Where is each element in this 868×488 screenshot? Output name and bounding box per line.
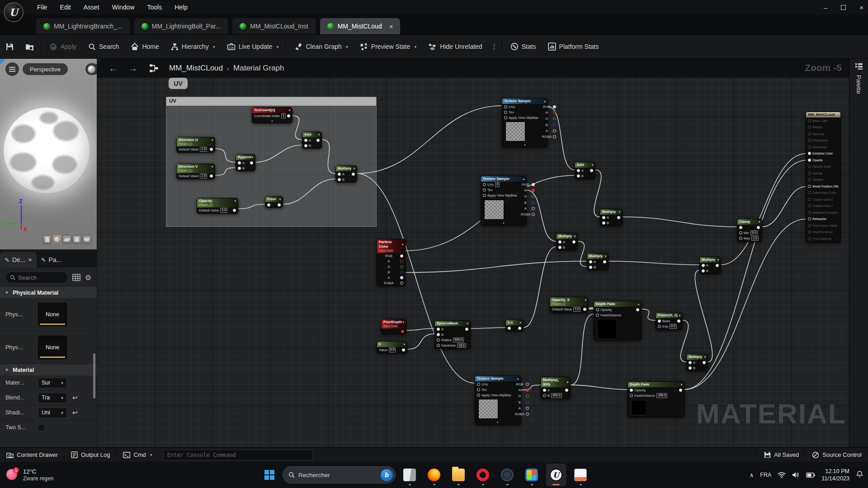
details-search-box[interactable] — [5, 272, 68, 283]
taskbar-app-notes[interactable] — [571, 464, 590, 486]
taskbar-app-photos[interactable] — [522, 464, 542, 486]
search-button[interactable]: Search — [82, 35, 125, 58]
taskbar-app-firefox[interactable] — [424, 464, 444, 486]
graph-node-multiply-a[interactable]: Multiply▾AB — [600, 209, 623, 226]
taskbar-clock[interactable]: 12:10 PM 11/14/2023 — [821, 468, 849, 482]
graph-node-one-minus[interactable]: 1-x▾ — [505, 319, 524, 331]
graph-node-texture-sample-2[interactable]: Texture Sample▴UVs0TexApply View MipBias… — [481, 176, 527, 225]
notifications-bell-icon[interactable] — [856, 470, 863, 479]
maximize-button[interactable] — [841, 5, 846, 10]
graph-node-add-2[interactable]: Add▾AB — [575, 162, 595, 179]
graph-node-multiply-uv[interactable]: Multiply▾AB — [335, 165, 357, 183]
shape-plane-button[interactable] — [62, 235, 71, 244]
tab-mm-mistcloud[interactable]: MM_MistCLoud× — [320, 18, 401, 34]
dropdown[interactable]: Sur▾ — [38, 378, 67, 388]
graph-node-texcoord[interactable]: TexCoord[1]▾Coordinate Index1▾ — [252, 107, 292, 123]
tab-mm-lightningbolt[interactable]: MM_LightningBolt_Par... — [134, 18, 228, 34]
graph-node-clamp[interactable]: Clamp▾Min0.0Max1.0 — [737, 219, 762, 242]
tab-mm-mistcloud-inst[interactable]: MM_MistCLoud_Inst — [232, 18, 315, 34]
graph-node-depth-fade-2[interactable]: Depth Fade▾OpacityFadeDistance100.0 — [627, 381, 684, 417]
details-search-input[interactable] — [18, 274, 54, 281]
shape-cylinder-button[interactable] — [42, 235, 52, 244]
language-indicator[interactable]: FRA — [760, 472, 771, 478]
taskbar-app-explorer[interactable] — [448, 464, 468, 486]
cmd-dropdown[interactable]: Cmd▾ — [117, 448, 158, 462]
graph-node-param-0[interactable]: 0▾Value0.0 — [377, 341, 407, 353]
graph-node-direction-v[interactable]: Direction V▾Param (1)Default Value1.0 — [176, 164, 215, 179]
graph-node-multiply-b[interactable]: Multiply▾AB — [556, 233, 578, 250]
graph-node-add-uv[interactable]: Add▾AB — [302, 131, 322, 149]
menu-edit[interactable]: Edit — [54, 4, 77, 11]
column-view-icon[interactable] — [72, 274, 80, 281]
taskbar-app-gear[interactable] — [497, 464, 517, 486]
palette-tab[interactable]: Palette — [849, 59, 868, 447]
clean-graph-button[interactable]: Clean Graph▾ — [288, 35, 354, 58]
reset-to-default-icon[interactable]: ↩ — [72, 409, 78, 416]
shape-cube-button[interactable] — [72, 235, 81, 244]
hidden-icons-chevron[interactable]: ∧ — [750, 472, 754, 479]
taskbar-search-box[interactable]: b — [283, 466, 396, 483]
console-command-input[interactable] — [163, 450, 312, 460]
forward-arrow-icon[interactable]: → — [128, 63, 137, 74]
tab-close-icon[interactable]: × — [28, 256, 32, 263]
section-physical-material[interactable]: ▼Physical Material — [0, 287, 97, 298]
shape-teapot-button[interactable] — [82, 235, 91, 244]
graph-node-append[interactable]: Append▾AB — [236, 154, 255, 171]
asset-picker[interactable]: None — [38, 336, 67, 359]
graph-node-depth-fade-1[interactable]: Depth Fade▴OpacityFadeDistance — [594, 301, 642, 341]
back-arrow-icon[interactable]: ← — [108, 63, 118, 74]
menu-file[interactable]: File — [31, 4, 54, 11]
volume-icon[interactable] — [792, 472, 800, 478]
taskbar-app-opera[interactable] — [473, 464, 493, 486]
graph-node-multiply-r[interactable]: Multiply▾AB — [699, 257, 721, 274]
checkbox[interactable] — [38, 424, 45, 431]
graph-node-opacity-param[interactable]: Opacity▾Param (1)Default Value1.0 — [197, 198, 238, 214]
preview-viewport[interactable]: Perspective Z Y X — [0, 59, 97, 249]
graph-node-sphere-mask[interactable]: SphereMask▾ABRadius500.0Hardness15.0 — [434, 320, 471, 349]
graph-node-particle-color[interactable]: Particle Color▾Input DataRGBRGBARGBA — [377, 239, 406, 286]
breadcrumb-root[interactable]: MM_MistCLoud — [169, 64, 223, 73]
details-scrollbar[interactable] — [93, 353, 95, 399]
tab-close-icon[interactable]: × — [389, 23, 393, 30]
graph-node-opacity-s-param[interactable]: Opacity_S▾Param (1)Default Value1.0 — [550, 297, 589, 313]
perspective-button[interactable]: Perspective — [23, 63, 68, 75]
tab-details[interactable]: ✎De...× — [0, 252, 37, 267]
home-button[interactable]: Home — [125, 35, 165, 58]
preview-state-button[interactable]: Preview State▾ — [354, 35, 422, 58]
menu-help[interactable]: Help — [168, 4, 194, 11]
more-options-icon[interactable]: ⋮ — [488, 42, 500, 51]
taskbar-weather-widget[interactable]: 1 12°CZware regen — [0, 467, 90, 483]
menu-asset[interactable]: Asset — [77, 4, 106, 11]
dropdown[interactable]: Tra▾ — [38, 393, 67, 403]
browse-button[interactable] — [19, 35, 40, 58]
graph-node-multiply-c[interactable]: Multiply▾AB — [587, 253, 609, 270]
output-log-button[interactable]: Output Log — [65, 448, 116, 462]
viewport-menu-button[interactable] — [5, 62, 19, 76]
asset-picker[interactable]: None — [38, 303, 67, 326]
shape-sphere-button[interactable] — [52, 235, 61, 244]
graph-node-texture-sample-1[interactable]: Texture Sample▴UVsTexApply View MipBiasR… — [502, 98, 548, 147]
tab-mm-lightningbranch[interactable]: MM_LightningBranch_... — [36, 18, 130, 34]
hide-unrelated-button[interactable]: Hide Unrelated — [422, 35, 488, 58]
view-mode-button[interactable] — [85, 63, 97, 75]
graph-node-direction-u[interactable]: Direction U▾Param (1)Default Value1.0 — [176, 137, 215, 153]
taskbar-app-ue[interactable]: U — [546, 464, 566, 486]
menu-window[interactable]: Window — [106, 4, 141, 11]
stats-button[interactable]: Stats — [505, 35, 542, 58]
live-update-button[interactable]: CA Live Update▾ — [221, 35, 285, 58]
dropdown[interactable]: Unl▾ — [38, 408, 67, 418]
graph-node-pixel-depth[interactable]: PixelDepth▾Input Data — [381, 319, 406, 334]
all-saved-status[interactable]: All Saved — [758, 448, 805, 462]
graph-node-texture-sample-3[interactable]: Texture Sample▴UVsTexApply View MipBiasR… — [475, 375, 521, 425]
unreal-logo[interactable]: U — [4, 2, 24, 22]
graph-node-material-output[interactable]: MM_MistCLoudBase ColorMetallicSpecularRo… — [806, 112, 841, 243]
close-button[interactable]: × — [859, 4, 863, 11]
hierarchy-button[interactable]: Hierarchy▾ — [165, 35, 221, 58]
save-button[interactable] — [0, 35, 19, 58]
tab-parameters[interactable]: ✎Pa... — [37, 252, 66, 267]
graph-node-multiply-900[interactable]: Multiply(, 900)▾AB900.0 — [541, 377, 571, 399]
taskbar-app-widgets[interactable] — [400, 464, 420, 486]
start-button[interactable] — [260, 466, 278, 484]
content-drawer-button[interactable]: Content Drawer — [0, 448, 64, 462]
settings-gear-icon[interactable]: ⚙ — [85, 273, 91, 282]
